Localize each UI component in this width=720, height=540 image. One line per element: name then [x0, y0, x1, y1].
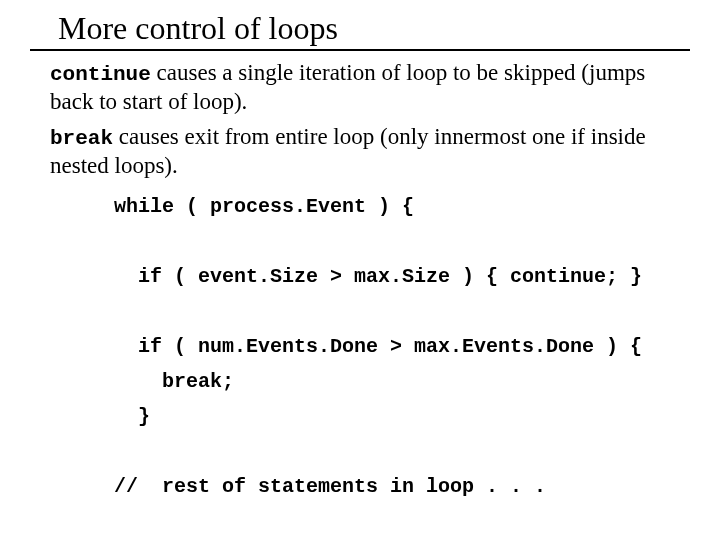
paragraph-continue: continue causes a single iteration of lo… [50, 59, 690, 117]
keyword-continue: continue [50, 63, 151, 86]
code-example: while ( process.Event ) { if ( event.Siz… [114, 189, 690, 540]
title-underline [30, 49, 690, 51]
slide-title: More control of loops [58, 10, 690, 47]
keyword-break: break [50, 127, 113, 150]
paragraph-break: break causes exit from entire loop (only… [50, 123, 690, 181]
paragraph-break-text: causes exit from entire loop (only inner… [50, 124, 646, 178]
slide: More control of loops continue causes a … [0, 0, 720, 540]
